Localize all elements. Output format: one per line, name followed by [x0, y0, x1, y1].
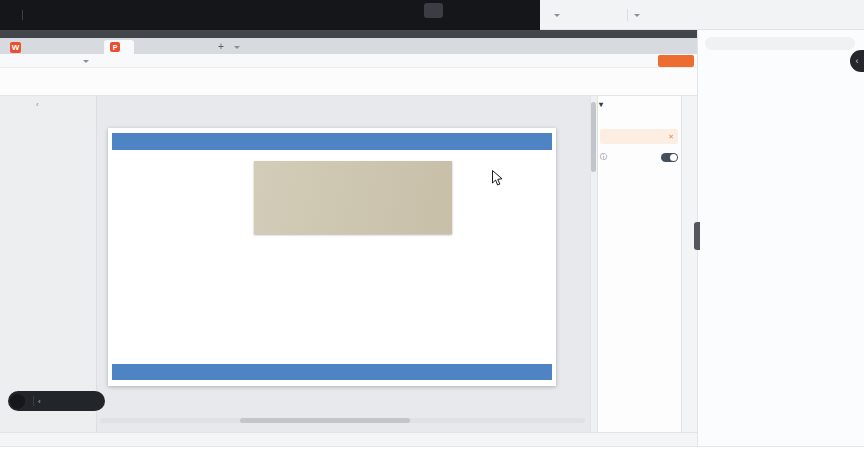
- meeting-info-group: [8, 0, 37, 30]
- smart-analysis-row: ⓘ: [600, 150, 678, 164]
- wps-home-tab[interactable]: W: [4, 40, 31, 54]
- desktop-strip: [0, 30, 697, 38]
- members-panel: [697, 30, 864, 446]
- quick-chat-pill[interactable]: ‹: [8, 391, 105, 411]
- collapse-chat-icon[interactable]: ‹: [38, 397, 41, 406]
- meeting-topbar: [0, 0, 540, 30]
- watching-banner: [424, 3, 443, 18]
- close-icon[interactable]: ✕: [668, 133, 674, 141]
- divider: [33, 396, 34, 406]
- wps-ai-button[interactable]: [500, 54, 506, 68]
- divider: [22, 10, 23, 20]
- horizontal-scrollbar-thumb[interactable]: [240, 418, 410, 423]
- meeting-bottombar: [0, 446, 864, 467]
- ribbon-toolbar: [0, 68, 697, 96]
- beautify-tabs: [599, 112, 679, 125]
- collapse-panel-icon[interactable]: ‹: [36, 100, 39, 109]
- slide[interactable]: [108, 128, 556, 386]
- quick-access-toolbar: [48, 54, 89, 68]
- smart-analysis-toggle[interactable]: [661, 153, 678, 162]
- beautify-panel-title: ▾: [599, 100, 603, 109]
- document-tab[interactable]: P: [104, 40, 134, 54]
- share-button[interactable]: [658, 55, 694, 67]
- slide-title-bar[interactable]: [112, 133, 552, 150]
- slide-thumbnails-panel: [0, 96, 97, 432]
- beautify-panel-header: ▾: [599, 98, 679, 111]
- member-promo-banner[interactable]: ✕: [600, 129, 678, 144]
- panel-resize-handle[interactable]: [694, 222, 700, 250]
- view-mode-button[interactable]: [628, 0, 640, 30]
- beautify-panel: [597, 96, 681, 432]
- tab-list-chevron-icon[interactable]: [234, 46, 240, 49]
- thumbnails-header: ‹: [0, 96, 97, 112]
- vertical-scrollbar-thumb[interactable]: [591, 102, 596, 172]
- members-count-button[interactable]: [712, 0, 715, 30]
- member-search-input[interactable]: [705, 37, 855, 50]
- slide-bottom-bar: [112, 364, 552, 380]
- ppt-file-icon: P: [110, 42, 120, 52]
- mic-muted-icon[interactable]: [10, 394, 25, 409]
- right-tool-strip: [681, 96, 697, 432]
- wps-logo-icon: W: [10, 42, 21, 53]
- chevron-down-icon: [634, 14, 640, 17]
- new-tab-button[interactable]: +: [218, 41, 224, 52]
- wps-statusbar: [0, 432, 697, 446]
- meeting-topbar-right: [540, 0, 864, 30]
- meeting-timer[interactable]: [548, 0, 560, 30]
- file-menu-button[interactable]: [6, 54, 9, 68]
- chevron-down-icon: [554, 14, 560, 17]
- book-page-photo[interactable]: [254, 161, 452, 234]
- chevron-down-icon[interactable]: [83, 60, 89, 63]
- wps-menubar: [0, 54, 697, 68]
- mouse-cursor: [492, 170, 503, 190]
- slide-body-text[interactable]: [122, 158, 542, 237]
